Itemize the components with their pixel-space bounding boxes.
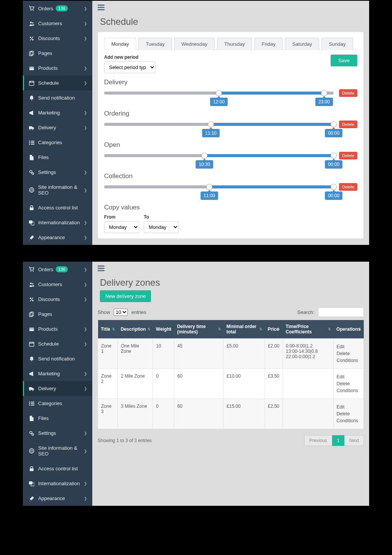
sidebar-item-label: Customers xyxy=(38,21,62,26)
slider-start-label: 11:10 xyxy=(202,129,220,137)
tab-wednesday[interactable]: Wednesday xyxy=(174,38,215,50)
sidebar-item-site-information-seo[interactable]: Site information & SEO❯ xyxy=(23,441,92,461)
next-page[interactable]: Next xyxy=(344,435,364,446)
column-header[interactable]: Minimal order total⇅ xyxy=(223,320,265,339)
column-header[interactable]: Operations⇅ xyxy=(333,320,363,339)
cell-title: Zone 1 xyxy=(98,339,118,369)
sidebar-item-orders[interactable]: Orders138❯ xyxy=(23,262,92,277)
sidebar-item-orders[interactable]: Orders138❯ xyxy=(23,1,92,16)
copy-from-select[interactable]: Monday xyxy=(104,221,139,233)
tab-saturday[interactable]: Saturday xyxy=(285,38,319,50)
conditions-link[interactable]: Conditions xyxy=(337,417,360,424)
sidebar-item-appearance[interactable]: Appearance❯ xyxy=(23,491,92,506)
sidebar-item-discounts[interactable]: Discounts❯ xyxy=(23,31,92,46)
sidebar-item-products[interactable]: Products❯ xyxy=(23,61,92,76)
slider-start-handle[interactable] xyxy=(208,121,214,127)
tab-monday[interactable]: Monday xyxy=(104,38,136,50)
cell-time: 60 xyxy=(174,399,223,429)
edit-link[interactable]: Edit xyxy=(337,404,360,410)
chevron-right-icon: ❯ xyxy=(84,21,87,26)
save-button[interactable]: Save xyxy=(331,55,357,66)
prev-page[interactable]: Previous xyxy=(304,435,332,446)
sidebar-item-categories[interactable]: Categories xyxy=(23,135,92,150)
sidebar-item-internationalization[interactable]: Internationalization❯ xyxy=(23,476,92,491)
slider-end-handle[interactable] xyxy=(321,90,327,96)
sidebar-item-internationalization[interactable]: Internationalization❯ xyxy=(23,215,92,230)
list-icon xyxy=(28,401,35,406)
chevron-right-icon: ❯ xyxy=(84,188,87,192)
slider-start-handle[interactable] xyxy=(206,184,212,190)
conditions-link[interactable]: Conditions xyxy=(337,387,360,394)
slider-start-handle[interactable] xyxy=(201,153,207,159)
column-header[interactable]: Price⇅ xyxy=(265,320,283,339)
tab-tuesday[interactable]: Tuesday xyxy=(138,38,172,50)
tab-sunday[interactable]: Sunday xyxy=(321,38,353,50)
sidebar-item-marketing[interactable]: Marketing❯ xyxy=(23,366,92,381)
sidebar-item-schedule[interactable]: Schedule❯ xyxy=(23,76,92,90)
conditions-link[interactable]: Conditions xyxy=(337,357,360,364)
delete-period-button[interactable]: Delete xyxy=(339,152,357,159)
open-slider[interactable]: 10:30 00:00 xyxy=(104,154,334,157)
delivery-slider[interactable]: 12:00 23:00 xyxy=(104,92,334,95)
edit-link[interactable]: Edit xyxy=(337,343,360,350)
delete-link[interactable]: Delete xyxy=(337,380,360,387)
sidebar-item-settings[interactable]: Settings❯ xyxy=(23,426,92,441)
page-number[interactable]: 1 xyxy=(332,435,345,446)
gears-icon xyxy=(28,170,35,175)
tab-thursday[interactable]: Thursday xyxy=(217,38,252,50)
column-header[interactable]: Title⇅ xyxy=(98,320,118,339)
copy-from-label: From xyxy=(104,214,139,220)
ordering-slider[interactable]: 11:10 00:00 xyxy=(104,123,334,126)
sidebar-item-marketing[interactable]: Marketing❯ xyxy=(23,105,92,120)
sidebar-item-pages[interactable]: Pages xyxy=(23,307,92,322)
sidebar-item-customers[interactable]: Customers❯ xyxy=(23,16,92,31)
delete-period-button[interactable]: Delete xyxy=(339,89,357,97)
sidebar-item-access-control-list[interactable]: Access control list xyxy=(23,461,92,476)
chevron-right-icon: ❯ xyxy=(84,81,87,85)
copy-to-select[interactable]: Monday xyxy=(144,221,179,233)
sidebar-item-send-notification[interactable]: Send notification xyxy=(23,90,92,105)
sidebar-item-categories[interactable]: Categories xyxy=(23,396,92,411)
period-type-select[interactable]: Select period type... xyxy=(104,61,156,73)
search-input[interactable] xyxy=(318,307,364,317)
hamburger-icon[interactable] xyxy=(98,265,104,271)
bullhorn-icon xyxy=(28,371,35,376)
slider-end-handle[interactable] xyxy=(331,153,337,159)
sidebar-item-send-notification[interactable]: Send notification xyxy=(23,351,92,366)
sidebar-item-appearance[interactable]: Appearance❯ xyxy=(23,230,92,245)
tab-friday[interactable]: Friday xyxy=(254,38,283,50)
hamburger-icon[interactable] xyxy=(98,5,104,10)
column-header[interactable]: Delivery time (minutes)⇅ xyxy=(174,320,223,339)
column-header[interactable]: Time/Price Coefficients⇅ xyxy=(283,320,333,339)
truck-icon xyxy=(28,386,35,391)
cell-min: £5.00 xyxy=(223,339,265,369)
sidebar-item-settings[interactable]: Settings❯ xyxy=(23,165,92,180)
delete-link[interactable]: Delete xyxy=(337,410,360,417)
sidebar-item-discounts[interactable]: Discounts❯ xyxy=(23,292,92,307)
delete-period-button[interactable]: Delete xyxy=(339,183,357,191)
sidebar-item-files[interactable]: Files xyxy=(23,411,92,426)
delete-link[interactable]: Delete xyxy=(337,350,360,357)
column-header[interactable]: Weight⇅ xyxy=(153,320,174,339)
delete-period-button[interactable]: Delete xyxy=(339,121,357,128)
sidebar-item-access-control-list[interactable]: Access control list xyxy=(23,200,92,215)
slider-start-handle[interactable] xyxy=(216,90,222,96)
slider-end-handle[interactable] xyxy=(331,121,337,127)
slider-end-handle[interactable] xyxy=(331,184,337,190)
sidebar: Orders138❯Customers❯Discounts❯PagesProdu… xyxy=(23,1,92,245)
column-header[interactable]: Description⇅ xyxy=(117,320,153,339)
sidebar-item-delivery[interactable]: Delivery❯ xyxy=(23,120,92,135)
sidebar-item-delivery[interactable]: Delivery❯ xyxy=(23,381,92,396)
new-delivery-zone-button[interactable]: New delivery zone xyxy=(100,290,151,302)
page-size-select[interactable]: 10 xyxy=(114,309,128,316)
collection-slider[interactable]: 11:00 00:00 xyxy=(104,185,334,188)
sidebar: Orders138❯Customers❯Discounts❯PagesProdu… xyxy=(23,262,92,506)
sidebar-item-files[interactable]: Files xyxy=(23,150,92,165)
edit-link[interactable]: Edit xyxy=(337,373,360,380)
sidebar-item-products[interactable]: Products❯ xyxy=(23,322,92,336)
sidebar-item-customers[interactable]: Customers❯ xyxy=(23,277,92,292)
sidebar-item-site-information-seo[interactable]: Site information & SEO❯ xyxy=(23,180,92,200)
sidebar-item-pages[interactable]: Pages xyxy=(23,46,92,61)
sidebar-item-schedule[interactable]: Schedule❯ xyxy=(23,336,92,351)
slider-start-label: 10:30 xyxy=(196,160,213,169)
